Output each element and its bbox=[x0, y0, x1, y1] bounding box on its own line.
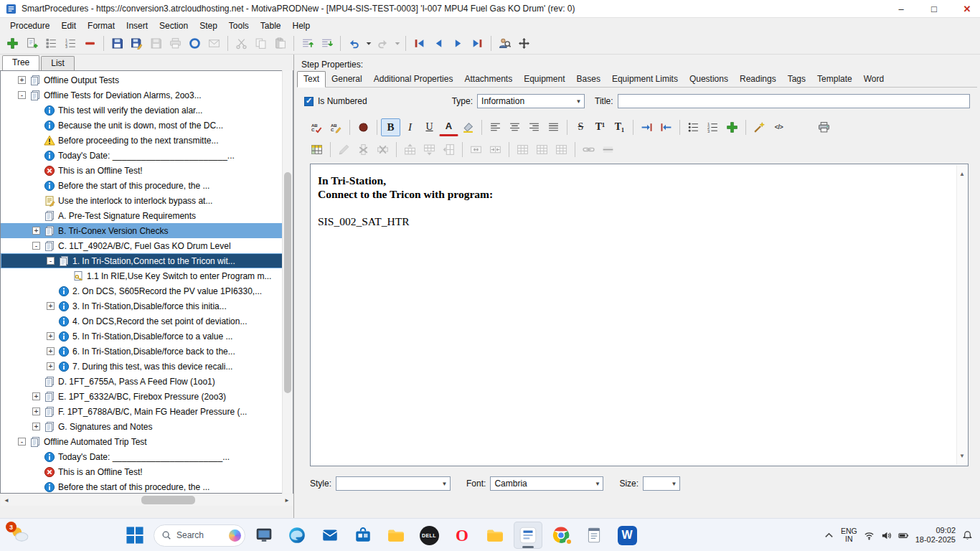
font-color-button[interactable]: A bbox=[439, 118, 458, 136]
horizontal-scroll-thumb[interactable] bbox=[141, 496, 195, 504]
tab-bases[interactable]: Bases bbox=[571, 72, 606, 87]
style-select[interactable]: ▼ bbox=[336, 476, 451, 491]
volume-icon[interactable] bbox=[881, 530, 892, 541]
edge-browser[interactable] bbox=[283, 522, 311, 549]
tree-horizontal-scrollbar[interactable]: ◄ ► bbox=[1, 494, 293, 506]
notepad-app[interactable] bbox=[580, 522, 608, 549]
last-step-button[interactable] bbox=[468, 34, 487, 52]
tab-tags[interactable]: Tags bbox=[782, 72, 811, 87]
smartprocedures-app[interactable] bbox=[514, 522, 542, 549]
taskbar-clock[interactable]: 09:02 18-02-2025 bbox=[915, 526, 956, 545]
chrome-browser[interactable] bbox=[547, 522, 575, 549]
is-numbered-checkbox[interactable] bbox=[304, 97, 314, 106]
tab-additional-properties[interactable]: Additional Properties bbox=[368, 72, 459, 87]
undo-menu-button[interactable] bbox=[364, 34, 373, 52]
collapse-icon[interactable]: - bbox=[18, 91, 26, 99]
tab-equipment[interactable]: Equipment bbox=[518, 72, 570, 87]
menu-help[interactable]: Help bbox=[287, 19, 316, 32]
add-step-button[interactable] bbox=[3, 34, 22, 52]
tree-item[interactable]: +F. 1PT_6788A/B/C, Main FG Header Pressu… bbox=[1, 404, 293, 419]
outline-list-button[interactable] bbox=[42, 34, 61, 52]
tree-item[interactable]: 2. On DCS, S605Record the PV value 1PI63… bbox=[1, 283, 293, 298]
print-text-button[interactable] bbox=[814, 118, 834, 136]
tree-item[interactable]: +E. 1PT_6332A/BC, Firebox Pressure (2oo3… bbox=[1, 389, 293, 404]
format-painter-button[interactable] bbox=[750, 118, 769, 136]
tree-item[interactable]: +7. During this test, was this device re… bbox=[1, 359, 293, 374]
outdent-button[interactable] bbox=[656, 118, 676, 136]
notification-bell-icon[interactable] bbox=[962, 530, 973, 541]
menu-edit[interactable]: Edit bbox=[55, 19, 82, 32]
save-as-button[interactable] bbox=[127, 34, 146, 52]
wifi-icon[interactable] bbox=[864, 530, 875, 541]
tab-general[interactable]: General bbox=[326, 72, 368, 87]
tab-text[interactable]: Text bbox=[297, 71, 326, 88]
step-text-editor[interactable]: In Tri-Station,Connect to the Tricon wit… bbox=[310, 164, 969, 466]
folder-shortcut[interactable] bbox=[481, 522, 509, 549]
delete-step-button[interactable] bbox=[80, 34, 100, 52]
tree-item[interactable]: +3. In Tri-Station,Disable/force this in… bbox=[1, 298, 293, 314]
tab-template[interactable]: Template bbox=[811, 72, 858, 87]
tree-item[interactable]: Before the start of this procedure, the … bbox=[1, 178, 293, 193]
tree-item[interactable]: Before proceeding to the next transmitte… bbox=[1, 133, 293, 148]
collapse-icon[interactable]: - bbox=[47, 257, 55, 265]
close-button[interactable]: ✕ bbox=[961, 4, 973, 14]
maximize-button[interactable]: □ bbox=[928, 4, 940, 14]
menu-section[interactable]: Section bbox=[154, 19, 194, 32]
opera-browser[interactable]: O bbox=[448, 522, 476, 549]
remote-desktop-app[interactable] bbox=[250, 522, 278, 549]
font-select[interactable]: Cambria ▼ bbox=[490, 476, 603, 491]
dell-app[interactable]: DELL bbox=[415, 522, 443, 549]
expand-icon[interactable]: + bbox=[47, 332, 55, 340]
next-step-button[interactable] bbox=[448, 34, 468, 52]
tab-equipment-limits[interactable]: Equipment Limits bbox=[606, 72, 684, 87]
expand-icon[interactable]: + bbox=[18, 76, 26, 84]
tree-item[interactable]: A. Pre-Test Signature Requirements bbox=[1, 208, 293, 223]
insert-step-above-button[interactable] bbox=[298, 34, 317, 52]
insert-symbol-button[interactable] bbox=[722, 118, 742, 136]
collapse-icon[interactable]: - bbox=[32, 242, 40, 250]
tree-item[interactable]: 4. On DCS,Record the set point of deviat… bbox=[1, 314, 293, 329]
expand-icon[interactable]: + bbox=[47, 362, 55, 370]
first-step-button[interactable] bbox=[410, 34, 429, 52]
tree-item[interactable]: Today's Date: ________________________..… bbox=[1, 148, 293, 163]
word-app[interactable]: W bbox=[613, 522, 641, 549]
tab-word[interactable]: Word bbox=[858, 72, 890, 87]
language-indicator[interactable]: ENG IN bbox=[841, 527, 857, 543]
vertical-scroll-thumb[interactable] bbox=[284, 172, 291, 393]
tree-item[interactable]: Use the interlock to interlock bypass at… bbox=[1, 193, 293, 208]
file-explorer[interactable] bbox=[382, 522, 410, 549]
insert-step-below-button[interactable] bbox=[317, 34, 336, 52]
expand-icon[interactable]: + bbox=[32, 227, 40, 235]
move-step-button[interactable] bbox=[514, 34, 534, 52]
dropdown-arrow-icon[interactable]: ▼ bbox=[573, 95, 584, 108]
align-left-button[interactable] bbox=[486, 118, 505, 136]
tree-item[interactable]: +6. In Tri-Station,Disable/force back to… bbox=[1, 344, 293, 359]
weather-widget[interactable]: 3 bbox=[9, 524, 37, 547]
expand-icon[interactable]: + bbox=[47, 302, 55, 310]
tree-item[interactable]: 1.1 In RIE,Use Key Switch to enter Progr… bbox=[1, 268, 293, 283]
highlight-button[interactable] bbox=[458, 118, 478, 136]
expand-icon[interactable]: + bbox=[32, 392, 40, 400]
align-justify-button[interactable] bbox=[544, 118, 563, 136]
underline-button[interactable]: U bbox=[420, 118, 439, 136]
tab-list[interactable]: List bbox=[41, 56, 75, 70]
start-button[interactable] bbox=[121, 522, 149, 549]
menu-procedure[interactable]: Procedure bbox=[4, 19, 55, 32]
text-color-swatch-button[interactable] bbox=[354, 118, 373, 136]
tree-item[interactable]: This test will verify the deviation alar… bbox=[1, 103, 293, 118]
microsoft-store[interactable] bbox=[349, 522, 377, 549]
tree-item[interactable]: -Offline Tests for Deviation Alarms, 2oo… bbox=[1, 88, 293, 103]
dropdown-arrow-icon[interactable]: ▼ bbox=[592, 477, 603, 490]
dropdown-arrow-icon[interactable]: ▼ bbox=[669, 477, 679, 490]
tree-vertical-scrollbar[interactable] bbox=[282, 70, 293, 494]
tree-item[interactable]: Before the start of this procedure, the … bbox=[1, 479, 293, 494]
tree-item-section[interactable]: +B. Tri-Conex Version Checks bbox=[1, 223, 293, 238]
expand-icon[interactable]: + bbox=[47, 347, 55, 355]
type-select[interactable]: Information ▼ bbox=[477, 94, 585, 108]
battery-icon[interactable] bbox=[898, 530, 909, 541]
size-select[interactable]: ▼ bbox=[643, 476, 680, 491]
outline-numbered-button[interactable]: 123 bbox=[61, 34, 80, 52]
spell-check-button[interactable]: ABC bbox=[307, 118, 326, 136]
scroll-right-icon[interactable]: ► bbox=[281, 497, 293, 504]
add-substep-button[interactable] bbox=[22, 34, 42, 52]
